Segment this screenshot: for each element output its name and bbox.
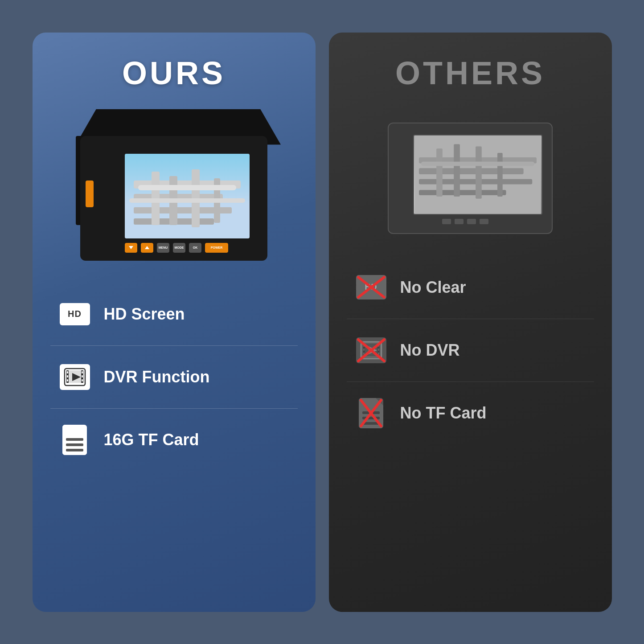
other-feature-row-dvr: No DVR [347, 319, 594, 382]
others-btn4 [480, 219, 488, 224]
down-arrow-icon [129, 246, 133, 249]
screen-svg [125, 154, 250, 238]
svg-rect-19 [82, 375, 83, 377]
others-btn2 [455, 219, 464, 224]
svg-rect-16 [67, 375, 68, 377]
others-btn3 [467, 219, 476, 224]
ours-title: OURS [122, 55, 226, 91]
ours-features-list: HD HD Screen [50, 283, 298, 471]
side-button [86, 180, 94, 207]
svg-rect-33 [497, 153, 503, 197]
hd-crossed-icon: HD [356, 272, 387, 303]
svg-rect-9 [138, 185, 236, 190]
menu-btn: MENU [157, 243, 169, 253]
tf-badge [62, 425, 87, 455]
svg-rect-29 [419, 190, 506, 195]
no-tf-label: No TF Card [400, 404, 487, 422]
others-panel: OTHERS [329, 33, 612, 612]
svg-rect-30 [436, 148, 443, 197]
no-clear-label: No Clear [400, 278, 466, 297]
feature-row-tf: 16G TF Card [50, 409, 298, 471]
svg-rect-24 [66, 449, 83, 451]
dvr-badge [60, 364, 90, 390]
svg-rect-23 [66, 443, 83, 446]
cross-svg-dvr [356, 337, 386, 363]
dvr-crossed-icon [356, 335, 387, 366]
hd-label: HD Screen [104, 305, 185, 324]
others-screen-svg [414, 135, 541, 214]
others-features-list: HD No Clear [347, 256, 594, 444]
svg-rect-28 [419, 179, 532, 184]
svg-rect-15 [67, 371, 68, 373]
dvr-icon [59, 361, 90, 393]
svg-rect-34 [421, 161, 534, 166]
hd-icon: HD [59, 299, 90, 330]
device-body: MENU MODE OK POWER [80, 136, 267, 261]
ours-device: MENU MODE OK POWER [67, 109, 281, 261]
power-btn: POWER [205, 243, 228, 253]
cross-svg-tf [359, 398, 383, 428]
no-dvr-label: No DVR [400, 341, 460, 360]
mode-btn: MODE [173, 243, 185, 253]
others-btn1 [442, 219, 451, 224]
other-feature-row-tf: No TF Card [347, 382, 594, 444]
others-title: OTHERS [395, 55, 545, 91]
dvr-label: DVR Function [104, 368, 210, 386]
others-device [381, 109, 559, 234]
other-feature-row-hd: HD No Clear [347, 256, 594, 319]
svg-rect-27 [419, 168, 524, 174]
svg-rect-31 [454, 144, 460, 196]
feature-row-dvr: DVR Function [50, 346, 298, 409]
device-screen [125, 154, 250, 238]
tf-crossed-icon [356, 398, 387, 429]
others-device-body [388, 123, 553, 234]
feature-row-hd: HD HD Screen [50, 283, 298, 346]
buttons-row: MENU MODE OK POWER [125, 243, 228, 253]
hd-badge: HD [60, 303, 90, 325]
comparison-container: OURS [33, 33, 612, 612]
others-device-screen [413, 135, 542, 215]
svg-rect-17 [67, 379, 68, 381]
ours-panel: OURS [33, 33, 316, 612]
dvr-svg [64, 368, 86, 386]
up-btn [141, 243, 153, 253]
svg-rect-18 [82, 371, 83, 373]
cross-svg-hd [356, 275, 386, 299]
others-buttons-row [442, 219, 488, 224]
ok-btn: OK [189, 243, 201, 253]
tf-label: 16G TF Card [104, 431, 199, 449]
down-btn [125, 243, 137, 253]
tf-svg [62, 425, 87, 455]
tf-icon [59, 424, 90, 455]
up-arrow-icon [145, 246, 149, 249]
svg-rect-20 [82, 379, 83, 381]
svg-rect-10 [129, 198, 245, 203]
svg-rect-22 [66, 438, 83, 441]
svg-rect-32 [476, 146, 482, 198]
